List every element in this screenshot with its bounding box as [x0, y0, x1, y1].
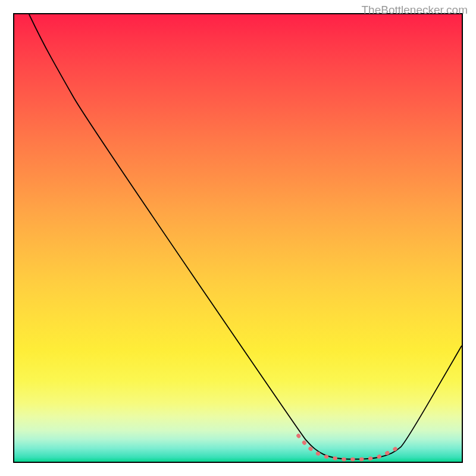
watermark-text: TheBottlenecker.com: [362, 4, 468, 17]
gradient-background: [14, 14, 462, 462]
chart-container: [13, 13, 463, 463]
